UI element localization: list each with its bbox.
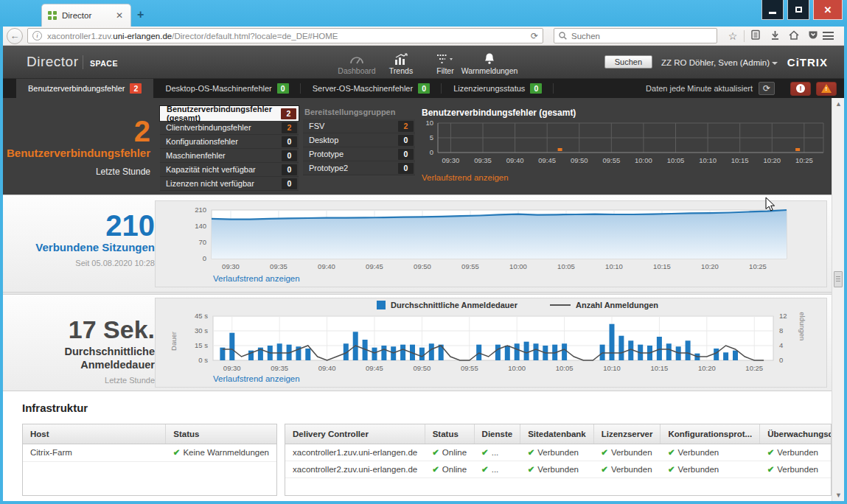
svg-text:09:40: 09:40 bbox=[318, 364, 336, 372]
delivery-group-row[interactable]: FSV 2 bbox=[303, 119, 415, 133]
failures-timeframe: Letzte Stunde bbox=[3, 167, 150, 177]
nav-item-dashboard[interactable]: Dashboard bbox=[335, 46, 379, 79]
new-tab-button[interactable]: + bbox=[137, 9, 144, 21]
column-header[interactable]: Konfigurationsprot... bbox=[660, 424, 760, 444]
failure-category-row[interactable]: Kapazität nicht verfügbar 0 bbox=[160, 163, 299, 177]
refresh-note: Daten jede Minute aktualisiert bbox=[646, 84, 753, 93]
svg-text:Anmeldungen: Anmeldungen bbox=[798, 312, 806, 340]
scrollbar-thumb[interactable] bbox=[834, 271, 843, 287]
check-icon: ✔ bbox=[668, 465, 675, 474]
toolbar-separator bbox=[744, 30, 745, 42]
status-cell: ✔Verbunden bbox=[660, 444, 760, 461]
category-count-badge: 0 bbox=[282, 136, 297, 147]
failure-category-row[interactable]: Benutzerverbindungsfehler (gesamt) 2 bbox=[160, 106, 299, 121]
logon-summary: 17 Sek. Durchschnittliche Anmeldedauer L… bbox=[3, 314, 155, 385]
svg-text:10:05: 10:05 bbox=[556, 364, 574, 372]
column-header[interactable]: Überwachungsdate... bbox=[760, 424, 832, 444]
sessions-count: 210 bbox=[3, 210, 155, 241]
browser-search-bar[interactable] bbox=[554, 28, 717, 43]
bookmark-star-button[interactable]: ☆ bbox=[723, 30, 742, 42]
host-header[interactable]: Host bbox=[23, 424, 166, 444]
sessions-label: Verbundene Sitzungen bbox=[3, 241, 155, 254]
critical-alert-button[interactable]: ! bbox=[790, 82, 811, 96]
failure-categories-list: Benutzerverbindungsfehler (gesamt) 2 Cli… bbox=[160, 106, 299, 191]
failures-trend-link[interactable]: Verlaufstrend anzeigen bbox=[422, 173, 509, 182]
svg-text:09:35: 09:35 bbox=[474, 156, 492, 164]
legend-item-logons: Anzahl Anmeldungen bbox=[550, 301, 658, 309]
column-header[interactable]: Dienste bbox=[474, 424, 520, 444]
window-minimize-button[interactable] bbox=[761, 0, 784, 20]
line-legend-swatch bbox=[550, 304, 571, 306]
refresh-button[interactable]: ⟳ bbox=[759, 82, 775, 95]
scroll-down-button[interactable]: ▼ bbox=[832, 489, 844, 501]
status-cell: ✔Verbunden bbox=[520, 444, 594, 461]
home-button[interactable] bbox=[784, 30, 804, 42]
column-header[interactable]: Status bbox=[425, 424, 474, 444]
delivery-group-row[interactable]: Prototype2 0 bbox=[303, 161, 415, 175]
scroll-up-button[interactable]: ▲ bbox=[832, 98, 844, 110]
pocket-button[interactable] bbox=[804, 30, 823, 42]
column-header[interactable]: Sitedatenbank bbox=[520, 424, 594, 444]
svg-text:0 s: 0 s bbox=[198, 356, 208, 364]
svg-text:10:20: 10:20 bbox=[701, 262, 719, 270]
url-bar[interactable]: i xacontroller1.zuv.uni-erlangen.de/Dire… bbox=[27, 28, 543, 43]
table-row[interactable]: xacontroller1.zuv.uni-erlangen.de✔Online… bbox=[285, 444, 832, 461]
nav-item-warnmeldungen[interactable]: Warnmeldungen bbox=[467, 46, 512, 79]
failure-category-row[interactable]: Clientverbindungsfehler 2 bbox=[160, 121, 299, 135]
director-search-button[interactable]: Suchen bbox=[604, 55, 652, 69]
svg-text:10:10: 10:10 bbox=[603, 364, 621, 372]
logon-chart-legend: Durchschnittliche Anmeldedauer Anzahl An… bbox=[377, 301, 658, 309]
check-icon: ✔ bbox=[668, 448, 675, 457]
svg-text:15 s: 15 s bbox=[195, 341, 208, 349]
check-icon: ✔ bbox=[173, 448, 181, 457]
failure-category-row[interactable]: Lizenzen nicht verfügbar 0 bbox=[160, 177, 299, 191]
ok-count-badge: 0 bbox=[418, 83, 430, 94]
url-text: xacontroller1.zuv.uni-erlangen.de/Direct… bbox=[47, 32, 526, 41]
user-menu[interactable]: ZZ RO Döhler, Sven (Admin) bbox=[661, 58, 778, 67]
failure-category-row[interactable]: Maschinenfehler 0 bbox=[160, 149, 299, 163]
controller-name: xacontroller1.zuv.uni-erlangen.de bbox=[285, 444, 425, 461]
nav-item-trends[interactable]: Trends bbox=[379, 46, 423, 79]
check-icon: ✔ bbox=[481, 448, 489, 457]
tab-lizenzierungsstatus[interactable]: Lizenzierungsstatus 0 bbox=[442, 79, 554, 98]
downloads-button[interactable] bbox=[765, 30, 784, 42]
delivery-groups-list: Bereitstellungsgruppen FSV 2 Desktop 0 P… bbox=[303, 106, 415, 175]
reload-button[interactable]: ⟳ bbox=[531, 31, 538, 41]
sessions-summary: 210 Verbundene Sitzungen Seit 05.08.2020… bbox=[3, 210, 155, 267]
column-header[interactable]: Lizenzserver bbox=[593, 424, 660, 444]
tab-server-os-maschinenfehler[interactable]: Server-OS-Maschinenfehler 0 bbox=[301, 79, 442, 98]
group-count-badge: 0 bbox=[398, 163, 414, 174]
window-close-button[interactable]: ✕ bbox=[813, 0, 843, 20]
tab-benutzerverbindungsfehler[interactable]: Benutzerverbindungsfehler 2 bbox=[16, 79, 153, 98]
svg-text:09:30: 09:30 bbox=[222, 262, 240, 270]
failure-category-row[interactable]: Konfigurationsfehler 0 bbox=[160, 135, 299, 149]
column-header[interactable]: Delivery Controller bbox=[285, 424, 425, 444]
table-row[interactable]: Citrix-Farm ✔Keine Warnmeldungen bbox=[23, 444, 276, 461]
group-count-badge: 2 bbox=[398, 121, 414, 132]
browser-search-input[interactable] bbox=[571, 32, 712, 41]
director-page: Director SPACE Dashboard Trends bbox=[3, 46, 844, 501]
status-cell: ✔Verbunden bbox=[520, 461, 594, 477]
menu-button[interactable] bbox=[823, 30, 842, 42]
svg-text:0: 0 bbox=[779, 356, 783, 364]
warning-alert-button[interactable]: ! bbox=[816, 82, 837, 96]
error-count-badge: 2 bbox=[130, 83, 142, 94]
status-header[interactable]: Status bbox=[166, 424, 276, 444]
delivery-group-row[interactable]: Desktop 0 bbox=[303, 133, 415, 147]
svg-text:09:40: 09:40 bbox=[318, 262, 335, 270]
delivery-group-row[interactable]: Prototype 0 bbox=[303, 147, 415, 161]
tab-desktop-os-maschinenfehler[interactable]: Desktop-OS-Maschinenfehler 0 bbox=[153, 79, 300, 98]
failures-count: 2 bbox=[3, 116, 150, 147]
browser-tab[interactable]: Director ✕ bbox=[41, 4, 131, 27]
window-maximize-button[interactable] bbox=[787, 0, 809, 20]
sessions-trend-link[interactable]: Verlaufstrend anzeigen bbox=[213, 274, 300, 283]
svg-text:10:25: 10:25 bbox=[749, 262, 767, 270]
table-row[interactable]: xacontroller2.zuv.uni-erlangen.de✔Online… bbox=[285, 461, 832, 477]
bookmarks-menu-button[interactable] bbox=[746, 29, 765, 42]
svg-text:10:15: 10:15 bbox=[731, 156, 749, 164]
vertical-scrollbar[interactable]: ▲ ▼ bbox=[832, 98, 844, 501]
logon-trend-link[interactable]: Verlaufstrend anzeigen bbox=[213, 374, 300, 383]
site-info-icon[interactable]: i bbox=[32, 31, 42, 41]
tab-close-button[interactable]: ✕ bbox=[114, 10, 125, 21]
back-button[interactable]: ← bbox=[7, 28, 23, 44]
